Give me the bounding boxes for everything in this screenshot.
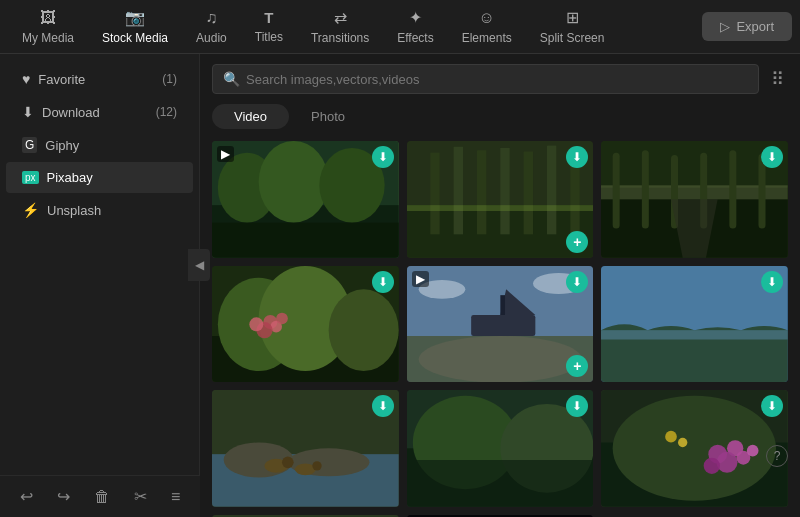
search-icon: 🔍 [223, 71, 240, 87]
video-badge-5: ▶ [412, 271, 429, 287]
svg-rect-15 [407, 205, 594, 211]
download-btn-1[interactable]: ⬇ [372, 146, 394, 168]
svg-rect-39 [471, 315, 535, 336]
split-screen-icon: ⊞ [566, 8, 579, 27]
svg-point-69 [665, 431, 677, 443]
pixabay-icon: px [22, 171, 39, 184]
tab-video[interactable]: Video [212, 104, 289, 129]
undo-button[interactable]: ↩ [16, 483, 37, 510]
svg-rect-59 [407, 460, 594, 507]
unsplash-icon: ⚡ [22, 202, 39, 218]
svg-point-3 [259, 141, 329, 223]
cut-button[interactable]: ✂ [130, 483, 151, 510]
sidebar-item-favorite[interactable]: ♥ Favorite (1) [6, 63, 193, 95]
download-icon: ⬇ [22, 104, 34, 120]
help-button[interactable]: ? [766, 445, 788, 467]
search-input[interactable] [246, 72, 748, 87]
svg-rect-8 [430, 153, 439, 235]
media-thumb-5[interactable]: ▶ ⬇ + [407, 266, 594, 383]
svg-rect-41 [500, 295, 505, 315]
svg-rect-23 [730, 150, 737, 228]
svg-point-35 [249, 317, 263, 331]
sidebar: ♥ Favorite (1) ⬇ Download (12) G Giphy p… [0, 54, 200, 475]
svg-rect-5 [212, 223, 399, 258]
download-btn-6[interactable]: ⬇ [761, 271, 783, 293]
sidebar-item-giphy[interactable]: G Giphy [6, 129, 193, 161]
svg-rect-11 [500, 148, 509, 234]
media-thumb-6[interactable]: ⬇ [601, 266, 788, 383]
sidebar-item-unsplash[interactable]: ⚡ Unsplash [6, 194, 193, 226]
content-area: 🔍 ⠿ Video Photo [200, 54, 800, 517]
svg-rect-10 [477, 150, 486, 234]
download-btn-7[interactable]: ⬇ [372, 395, 394, 417]
delete-button[interactable]: 🗑 [90, 484, 114, 510]
video-badge-1: ▶ [217, 146, 234, 162]
grid-view-button[interactable]: ⠿ [767, 64, 788, 94]
search-input-wrap: 🔍 [212, 64, 759, 94]
menu-button[interactable]: ≡ [167, 484, 184, 510]
media-thumb-1[interactable]: ▶ ⬇ [212, 141, 399, 258]
svg-rect-46 [601, 330, 788, 339]
export-icon: ▷ [720, 19, 730, 34]
download-btn-4[interactable]: ⬇ [372, 271, 394, 293]
audio-icon: ♫ [205, 9, 217, 27]
sidebar-item-pixabay[interactable]: px Pixabay [6, 162, 193, 193]
media-thumb-2[interactable]: ⬇ + [407, 141, 594, 258]
nav-effects[interactable]: ✦ Effects [383, 2, 447, 51]
titles-icon: T [264, 9, 273, 26]
sidebar-item-download[interactable]: ⬇ Download (12) [6, 96, 193, 128]
media-thumb-7[interactable]: ⬇ [212, 390, 399, 507]
svg-point-38 [418, 336, 581, 383]
media-thumb-9[interactable]: ⬇ [601, 390, 788, 507]
nav-split-screen[interactable]: ⊞ Split Screen [526, 2, 619, 51]
export-button[interactable]: ▷ Export [702, 12, 792, 41]
nav-audio[interactable]: ♫ Audio [182, 3, 241, 51]
svg-rect-19 [613, 153, 620, 229]
nav-transitions[interactable]: ⇄ Transitions [297, 2, 383, 51]
collapse-sidebar-button[interactable]: ◀ [188, 249, 210, 281]
svg-point-52 [282, 457, 294, 469]
media-grid-wrap[interactable]: ▶ ⬇ [200, 137, 800, 517]
content-wrapper: ◀ 🔍 ⠿ Video Photo [200, 54, 800, 475]
svg-rect-9 [453, 147, 462, 235]
svg-point-34 [276, 312, 288, 324]
download-btn-5[interactable]: ⬇ [566, 271, 588, 293]
svg-point-65 [717, 452, 738, 473]
media-thumb-3[interactable]: ⬇ [601, 141, 788, 258]
nav-my-media[interactable]: 🖼 My Media [8, 3, 88, 51]
svg-rect-20 [642, 150, 649, 228]
svg-point-30 [329, 289, 399, 371]
svg-rect-12 [523, 151, 532, 234]
nav-stock-media[interactable]: 📷 Stock Media [88, 2, 182, 51]
my-media-icon: 🖼 [40, 9, 56, 27]
download-btn-3[interactable]: ⬇ [761, 146, 783, 168]
content-tabs: Video Photo [200, 100, 800, 137]
stock-media-icon: 📷 [125, 8, 145, 27]
elements-icon: ☺ [479, 9, 495, 27]
add-btn-2[interactable]: + [566, 231, 588, 253]
svg-point-70 [678, 438, 687, 447]
svg-rect-44 [601, 266, 788, 330]
nav-titles[interactable]: T Titles [241, 3, 297, 50]
media-thumb-4[interactable]: ⬇ [212, 266, 399, 383]
svg-point-66 [704, 458, 720, 474]
media-grid: ▶ ⬇ [212, 141, 788, 517]
media-thumb-8[interactable]: ⬇ [407, 390, 594, 507]
favorite-icon: ♥ [22, 71, 30, 87]
effects-icon: ✦ [409, 8, 422, 27]
nav-elements[interactable]: ☺ Elements [448, 3, 526, 51]
svg-rect-13 [547, 146, 556, 235]
svg-point-68 [747, 445, 759, 457]
giphy-icon: G [22, 137, 37, 153]
search-bar: 🔍 ⠿ [200, 54, 800, 100]
tab-photo[interactable]: Photo [289, 104, 367, 129]
transitions-icon: ⇄ [334, 8, 347, 27]
main-layout: ♥ Favorite (1) ⬇ Download (12) G Giphy p… [0, 54, 800, 475]
redo-button[interactable]: ↪ [53, 483, 74, 510]
svg-point-54 [312, 461, 321, 470]
top-nav: 🖼 My Media 📷 Stock Media ♫ Audio T Title… [0, 0, 800, 54]
